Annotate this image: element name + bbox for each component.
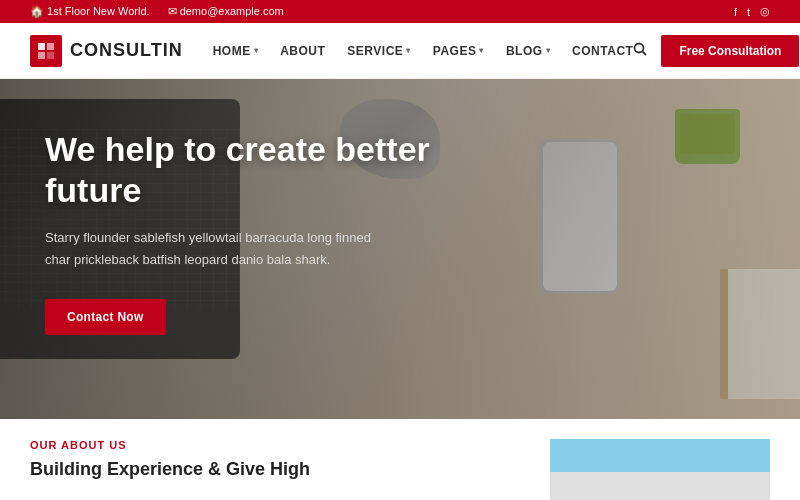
email-info: ✉ demo@example.com — [168, 5, 284, 18]
nav-contact[interactable]: CONTACT — [572, 44, 633, 58]
nav-home[interactable]: HOME▾ — [213, 44, 259, 58]
nav-actions: Free Consultation — [633, 35, 799, 67]
social-links[interactable]: f t ◎ — [734, 5, 770, 18]
about-label: OUR ABOUT US — [30, 439, 520, 451]
about-preview: OUR ABOUT US Building Experience & Give … — [30, 439, 520, 500]
hero-subtitle: Starry flounder sablefish yellowtail bar… — [45, 227, 385, 271]
about-heading: Building Experience & Give High — [30, 459, 520, 481]
hero-section: We help to create better future Starry f… — [0, 79, 800, 419]
service-caret: ▾ — [406, 46, 411, 55]
nav-about[interactable]: ABOUT — [280, 44, 325, 58]
top-bar-left: 🏠 1st Floor New World. ✉ demo@example.co… — [30, 5, 284, 18]
email-icon-top: ✉ — [168, 5, 180, 17]
below-hero-section: OUR ABOUT US Building Experience & Give … — [0, 419, 800, 500]
email-text: demo@example.com — [180, 5, 284, 17]
hero-content: We help to create better future Starry f… — [45, 129, 465, 335]
about-image — [550, 439, 770, 500]
nav-blog[interactable]: BLOG▾ — [506, 44, 550, 58]
instagram-icon[interactable]: ◎ — [760, 5, 770, 18]
logo-text: CONSULTIN — [70, 40, 183, 61]
free-consultation-button[interactable]: Free Consultation — [661, 35, 799, 67]
home-caret: ▾ — [254, 46, 259, 55]
window-image — [550, 439, 770, 500]
svg-point-4 — [635, 44, 644, 53]
svg-rect-0 — [38, 43, 45, 50]
blog-caret: ▾ — [546, 46, 551, 55]
top-bar: 🏠 1st Floor New World. ✉ demo@example.co… — [0, 0, 800, 23]
nav-links: HOME▾ ABOUT SERVICE▾ PAGES▾ BLOG▾ CONTAC… — [213, 44, 634, 58]
nav-pages[interactable]: PAGES▾ — [433, 44, 484, 58]
contact-now-button[interactable]: Contact Now — [45, 299, 166, 335]
navbar: CONSULTIN HOME▾ ABOUT SERVICE▾ PAGES▾ BL… — [0, 23, 800, 79]
svg-line-5 — [643, 52, 647, 56]
svg-rect-3 — [47, 52, 54, 59]
home-icon: 🏠 — [30, 5, 47, 17]
twitter-icon[interactable]: t — [747, 6, 750, 18]
address-info: 🏠 1st Floor New World. — [30, 5, 150, 18]
address-text: 1st Floor New World. — [47, 5, 150, 17]
hero-title: We help to create better future — [45, 129, 465, 211]
pages-caret: ▾ — [479, 46, 484, 55]
nav-service[interactable]: SERVICE▾ — [347, 44, 410, 58]
facebook-icon[interactable]: f — [734, 6, 737, 18]
search-button[interactable] — [633, 42, 647, 59]
svg-rect-1 — [47, 43, 54, 50]
logo-icon — [30, 35, 62, 67]
svg-rect-2 — [38, 52, 45, 59]
logo[interactable]: CONSULTIN — [30, 35, 183, 67]
